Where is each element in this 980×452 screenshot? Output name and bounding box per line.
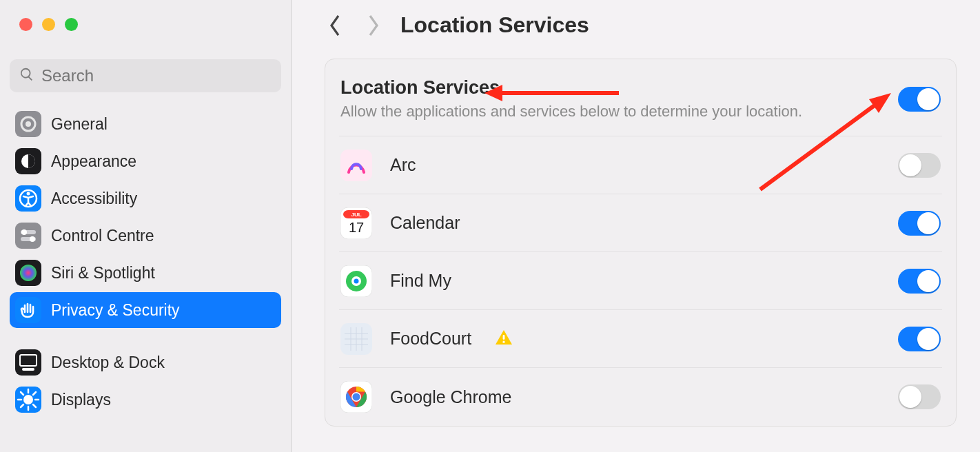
location-services-toggle[interactable] [898,87,941,112]
arc-icon [340,150,372,181]
main-panel: Location Services Location Services Allo… [292,0,980,452]
zoom-icon[interactable] [65,18,78,31]
titlebar: Location Services [292,0,980,45]
appearance-icon [15,148,41,174]
svg-point-20 [23,395,33,404]
displays-icon [15,387,41,413]
control-centre-icon [15,223,41,249]
svg-point-2 [25,121,31,127]
app-name: Calendar [390,213,460,233]
app-name: Google Chrome [390,387,511,407]
app-row-calendar: JUL17 Calendar [339,194,942,252]
sidebar-item-label: Accessibility [51,189,137,208]
svg-point-10 [21,229,27,235]
svg-rect-18 [22,368,34,371]
close-icon[interactable] [19,18,32,31]
warning-icon [495,329,513,349]
svg-rect-45 [503,335,505,340]
location-services-title: Location Services [340,77,898,99]
page-title: Location Services [400,12,589,38]
gear-icon [15,111,41,137]
sidebar-item-label: Control Centre [51,227,154,245]
sidebar-item-appearance[interactable]: Appearance [10,143,281,179]
minimize-icon[interactable] [42,18,55,31]
sidebar-list: General Appearance Accessibility Control… [0,102,291,422]
svg-text:17: 17 [349,220,364,235]
sidebar-item-label: Desktop & Dock [51,353,165,372]
sidebar-item-desktop-dock[interactable]: Desktop & Dock [10,345,281,380]
svg-point-14 [20,265,37,281]
findmy-icon [340,265,372,297]
desktop-dock-icon [15,349,41,376]
sidebar-item-label: Siri & Spotlight [51,264,155,282]
sidebar-item-label: Appearance [51,152,136,171]
svg-point-12 [30,236,35,242]
siri-icon [15,260,41,286]
sidebar-item-general[interactable]: General [10,106,281,142]
app-toggle-arc[interactable] [898,153,941,178]
location-services-description: Allow the applications and services belo… [340,103,898,121]
sidebar-item-control-centre[interactable]: Control Centre [10,218,281,254]
sidebar-item-privacy-security[interactable]: Privacy & Security [10,292,281,328]
app-toggle-chrome[interactable] [898,384,941,409]
back-button[interactable] [326,16,345,35]
app-toggle-foodcourt[interactable] [898,327,941,351]
svg-point-50 [353,393,360,401]
search-icon [19,67,34,85]
hand-icon [15,297,41,323]
app-row-arc: Arc [339,136,942,194]
location-services-master-row: Location Services Allow the applications… [339,59,942,136]
sidebar-item-displays[interactable]: Displays [10,382,281,418]
search-input[interactable] [41,66,272,85]
sidebar-item-siri-spotlight[interactable]: Siri & Spotlight [10,255,281,291]
sidebar-item-accessibility[interactable]: Accessibility [10,181,281,216]
chrome-icon [340,381,372,413]
svg-point-46 [503,340,505,342]
accessibility-icon [15,185,41,212]
svg-rect-16 [15,349,41,376]
svg-rect-8 [15,223,41,249]
sidebar: General Appearance Accessibility Control… [0,0,292,452]
app-name: Arc [390,155,416,175]
foodcourt-icon [340,323,372,355]
app-row-foodcourt: FoodCourt [339,310,942,368]
app-name: Find My [390,271,451,291]
settings-panel: Location Services Allow the applications… [325,59,957,427]
app-row-findmy: Find My [339,252,942,310]
svg-text:JUL: JUL [351,212,361,218]
svg-point-7 [27,192,30,196]
app-name: FoodCourt [390,329,471,349]
app-toggle-calendar[interactable] [898,211,941,236]
calendar-icon: JUL17 [340,207,372,239]
window-controls [0,0,291,48]
app-toggle-findmy[interactable] [898,269,941,294]
app-row-chrome: Google Chrome [339,368,942,426]
sidebar-item-label: Privacy & Security [51,301,180,320]
sidebar-item-label: General [51,115,108,134]
search-field[interactable] [10,59,281,92]
svg-point-37 [354,278,359,283]
sidebar-item-label: Displays [51,391,111,409]
forward-button [363,16,382,35]
